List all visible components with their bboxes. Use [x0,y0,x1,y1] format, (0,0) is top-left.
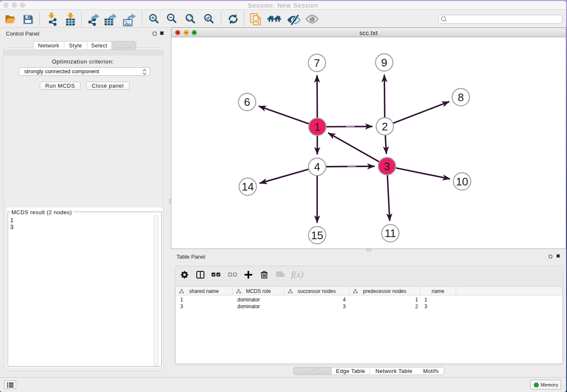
svg-text:2: 2 [382,120,388,133]
svg-text:11: 11 [385,227,396,240]
svg-text:3: 3 [384,160,390,173]
svg-text:8: 8 [458,91,464,104]
svg-text:14: 14 [242,180,254,193]
svg-text:15: 15 [311,229,323,242]
svg-text:1: 1 [314,121,320,133]
svg-text:10: 10 [456,175,468,188]
svg-text:6: 6 [244,96,250,108]
svg-text:9: 9 [381,56,387,69]
svg-text:4: 4 [314,160,320,173]
svg-text:7: 7 [314,57,320,69]
